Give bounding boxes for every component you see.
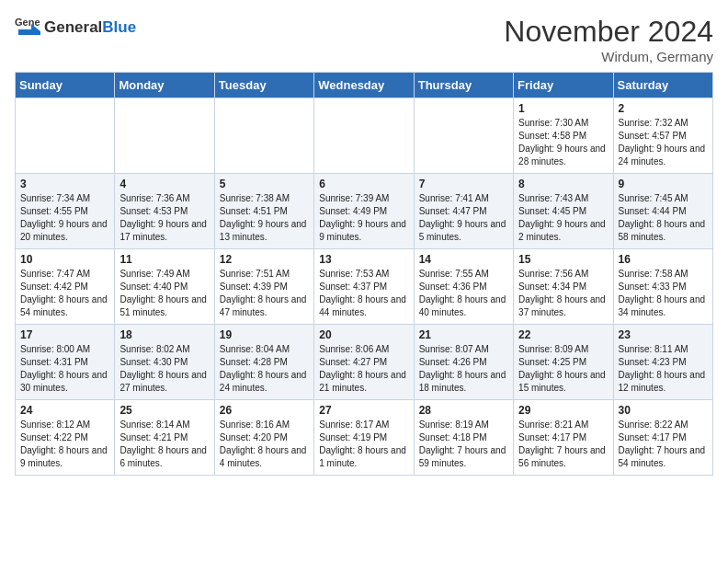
day-info: Sunrise: 7:36 AM Sunset: 4:53 PM Dayligh… [119, 192, 209, 244]
day-info: Sunrise: 7:47 AM Sunset: 4:42 PM Dayligh… [20, 268, 109, 319]
day-cell: 29Sunrise: 8:21 AM Sunset: 4:17 PM Dayli… [514, 400, 613, 476]
day-cell: 6Sunrise: 7:39 AM Sunset: 4:49 PM Daylig… [314, 174, 414, 249]
day-cell: 5Sunrise: 7:38 AM Sunset: 4:51 PM Daylig… [214, 174, 313, 249]
day-number: 12 [220, 253, 309, 266]
day-number: 24 [20, 404, 109, 417]
title-area: November 2024 Wirdum, Germany [504, 15, 713, 64]
day-cell: 25Sunrise: 8:14 AM Sunset: 4:21 PM Dayli… [115, 400, 214, 476]
day-info: Sunrise: 7:56 AM Sunset: 4:34 PM Dayligh… [518, 268, 608, 319]
day-cell: 28Sunrise: 8:19 AM Sunset: 4:18 PM Dayli… [414, 400, 513, 476]
day-number: 16 [619, 253, 708, 266]
day-number: 11 [119, 253, 209, 266]
logo-text: GeneralBlue [44, 18, 136, 37]
day-cell: 2Sunrise: 7:32 AM Sunset: 4:57 PM Daylig… [613, 98, 712, 174]
day-cell: 8Sunrise: 7:43 AM Sunset: 4:45 PM Daylig… [514, 174, 613, 249]
day-info: Sunrise: 7:38 AM Sunset: 4:51 PM Dayligh… [220, 192, 309, 244]
header: General GeneralBlue November 2024 Wirdum… [15, 15, 713, 64]
day-info: Sunrise: 7:58 AM Sunset: 4:33 PM Dayligh… [619, 268, 708, 319]
day-number: 13 [319, 253, 408, 266]
day-number: 26 [220, 404, 309, 417]
day-number: 6 [319, 178, 408, 190]
calendar-table: SundayMondayTuesdayWednesdayThursdayFrid… [15, 72, 713, 476]
day-cell: 18Sunrise: 8:02 AM Sunset: 4:30 PM Dayli… [115, 325, 214, 400]
day-cell: 16Sunrise: 7:58 AM Sunset: 4:33 PM Dayli… [613, 249, 712, 325]
day-header-tuesday: Tuesday [214, 73, 313, 98]
day-cell: 15Sunrise: 7:56 AM Sunset: 4:34 PM Dayli… [514, 249, 613, 325]
day-number: 29 [518, 404, 608, 417]
day-info: Sunrise: 7:30 AM Sunset: 4:58 PM Dayligh… [518, 117, 608, 168]
day-info: Sunrise: 8:04 AM Sunset: 4:28 PM Dayligh… [220, 343, 309, 395]
day-info: Sunrise: 8:02 AM Sunset: 4:30 PM Dayligh… [119, 343, 209, 395]
day-info: Sunrise: 7:41 AM Sunset: 4:47 PM Dayligh… [419, 192, 508, 244]
day-header-monday: Monday [115, 73, 214, 98]
day-cell: 17Sunrise: 8:00 AM Sunset: 4:31 PM Dayli… [16, 325, 115, 400]
day-cell: 1Sunrise: 7:30 AM Sunset: 4:58 PM Daylig… [514, 98, 613, 174]
svg-text:General: General [15, 17, 40, 28]
day-cell: 30Sunrise: 8:22 AM Sunset: 4:17 PM Dayli… [613, 400, 712, 476]
day-info: Sunrise: 7:55 AM Sunset: 4:36 PM Dayligh… [419, 268, 508, 319]
day-info: Sunrise: 8:16 AM Sunset: 4:20 PM Dayligh… [220, 419, 309, 470]
day-number: 7 [419, 178, 508, 190]
day-cell [115, 98, 214, 174]
day-number: 17 [20, 328, 109, 341]
day-number: 8 [518, 178, 608, 190]
calendar-header: SundayMondayTuesdayWednesdayThursdayFrid… [16, 73, 713, 98]
week-row-5: 24Sunrise: 8:12 AM Sunset: 4:22 PM Dayli… [16, 400, 713, 476]
day-number: 28 [419, 404, 508, 417]
logo: General GeneralBlue [15, 15, 136, 40]
day-number: 21 [419, 328, 508, 341]
day-info: Sunrise: 7:51 AM Sunset: 4:39 PM Dayligh… [220, 268, 309, 319]
day-header-friday: Friday [514, 73, 613, 98]
day-cell: 22Sunrise: 8:09 AM Sunset: 4:25 PM Dayli… [514, 325, 613, 400]
day-cell: 27Sunrise: 8:17 AM Sunset: 4:19 PM Dayli… [314, 400, 414, 476]
day-info: Sunrise: 7:49 AM Sunset: 4:40 PM Dayligh… [119, 268, 209, 319]
day-info: Sunrise: 7:32 AM Sunset: 4:57 PM Dayligh… [619, 117, 708, 168]
day-number: 22 [518, 328, 608, 341]
day-number: 9 [619, 178, 708, 190]
day-info: Sunrise: 8:11 AM Sunset: 4:23 PM Dayligh… [619, 343, 708, 395]
day-info: Sunrise: 8:17 AM Sunset: 4:19 PM Dayligh… [319, 419, 408, 470]
day-cell [314, 98, 414, 174]
location: Wirdum, Germany [504, 49, 713, 64]
day-cell: 3Sunrise: 7:34 AM Sunset: 4:55 PM Daylig… [16, 174, 115, 249]
day-header-saturday: Saturday [613, 73, 712, 98]
day-number: 10 [20, 253, 109, 266]
day-cell: 14Sunrise: 7:55 AM Sunset: 4:36 PM Dayli… [414, 249, 513, 325]
week-row-2: 3Sunrise: 7:34 AM Sunset: 4:55 PM Daylig… [16, 174, 713, 249]
day-number: 3 [20, 178, 109, 190]
day-cell [16, 98, 115, 174]
day-number: 18 [119, 328, 209, 341]
day-number: 23 [619, 328, 708, 341]
day-cell: 21Sunrise: 8:07 AM Sunset: 4:26 PM Dayli… [414, 325, 513, 400]
logo-icon: General [15, 15, 40, 40]
day-cell: 20Sunrise: 8:06 AM Sunset: 4:27 PM Dayli… [314, 325, 414, 400]
day-info: Sunrise: 7:53 AM Sunset: 4:37 PM Dayligh… [319, 268, 408, 319]
day-cell [414, 98, 513, 174]
day-header-wednesday: Wednesday [314, 73, 414, 98]
day-info: Sunrise: 8:09 AM Sunset: 4:25 PM Dayligh… [518, 343, 608, 395]
day-number: 2 [619, 102, 708, 115]
day-info: Sunrise: 7:45 AM Sunset: 4:44 PM Dayligh… [619, 192, 708, 244]
day-number: 25 [119, 404, 209, 417]
day-info: Sunrise: 8:07 AM Sunset: 4:26 PM Dayligh… [419, 343, 508, 395]
day-cell: 12Sunrise: 7:51 AM Sunset: 4:39 PM Dayli… [214, 249, 313, 325]
day-number: 15 [518, 253, 608, 266]
week-row-3: 10Sunrise: 7:47 AM Sunset: 4:42 PM Dayli… [16, 249, 713, 325]
day-cell: 13Sunrise: 7:53 AM Sunset: 4:37 PM Dayli… [314, 249, 414, 325]
day-cell: 26Sunrise: 8:16 AM Sunset: 4:20 PM Dayli… [214, 400, 313, 476]
day-number: 5 [220, 178, 309, 190]
day-header-thursday: Thursday [414, 73, 513, 98]
day-info: Sunrise: 8:06 AM Sunset: 4:27 PM Dayligh… [319, 343, 408, 395]
day-number: 4 [119, 178, 209, 190]
day-info: Sunrise: 8:12 AM Sunset: 4:22 PM Dayligh… [20, 419, 109, 470]
day-info: Sunrise: 7:43 AM Sunset: 4:45 PM Dayligh… [518, 192, 608, 244]
day-number: 20 [319, 328, 408, 341]
day-info: Sunrise: 7:39 AM Sunset: 4:49 PM Dayligh… [319, 192, 408, 244]
day-number: 14 [419, 253, 508, 266]
day-info: Sunrise: 8:19 AM Sunset: 4:18 PM Dayligh… [419, 419, 508, 470]
day-number: 30 [619, 404, 708, 417]
day-cell: 19Sunrise: 8:04 AM Sunset: 4:28 PM Dayli… [214, 325, 313, 400]
day-cell: 4Sunrise: 7:36 AM Sunset: 4:53 PM Daylig… [115, 174, 214, 249]
day-number: 27 [319, 404, 408, 417]
calendar-body: 1Sunrise: 7:30 AM Sunset: 4:58 PM Daylig… [16, 98, 713, 476]
